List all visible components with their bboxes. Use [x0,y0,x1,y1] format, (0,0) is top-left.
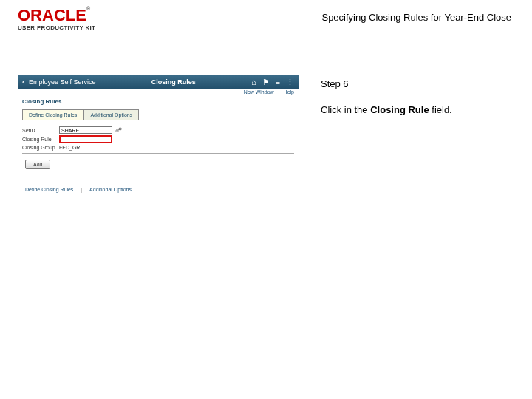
nav-list-icon[interactable]: ≡ [276,78,280,87]
instruction-text: Click in the Closing Rule field. [321,104,452,115]
home-icon[interactable]: ⌂ [251,78,256,87]
closing-group-label: Closing Group [22,145,56,150]
instruction-text-pre: Click in the [321,104,370,115]
actions-menu-icon[interactable]: ⋮ [286,78,294,87]
back-chevron-icon[interactable]: ‹ [22,78,24,86]
form-area: SetID ☍ Closing Rule Closing Group FED_G… [18,120,299,174]
footer-link-define-closing-rules[interactable]: Define Closing Rules [22,187,76,192]
section-heading: Closing Rules [18,95,299,109]
setid-lookup-icon[interactable]: ☍ [115,126,121,134]
oracle-logo: ORACLE® USER PRODUCTIVITY KIT [18,7,95,31]
footer-link-additional-options[interactable]: Additional Options [86,187,134,192]
new-window-link[interactable]: New Window [244,89,274,95]
divider [22,153,294,154]
closing-rule-label: Closing Rule [22,137,56,142]
app-bar-title: Closing Rules [96,78,251,86]
tab-define-closing-rules[interactable]: Define Closing Rules [22,109,83,120]
step-number: Step 6 [321,78,452,89]
instruction-text-bold: Closing Rule [370,104,429,115]
oracle-wordmark: ORACLE® [18,7,95,24]
closing-group-value: FED_GR [59,145,80,150]
closing-rule-highlight [59,135,112,143]
instruction-text-post: field. [429,104,452,115]
app-title-bar: ‹ Employee Self Service Closing Rules ⌂ … [18,75,299,89]
oracle-logo-subtitle: USER PRODUCTIVITY KIT [18,25,95,31]
help-link[interactable]: Help [279,89,294,95]
embedded-app-screenshot: ‹ Employee Self Service Closing Rules ⌂ … [18,75,299,197]
app-subbar: New Window Help [18,89,299,95]
footer-sep: | [78,187,85,192]
add-button[interactable]: Add [25,160,50,169]
setid-input[interactable] [59,126,112,134]
flag-icon[interactable]: ⚑ [262,78,270,87]
back-label[interactable]: Employee Self Service [29,78,96,86]
closing-rule-input[interactable] [61,137,111,142]
tab-additional-options[interactable]: Additional Options [83,109,139,120]
page-title: Specifying Closing Rules for Year-End Cl… [321,12,511,23]
instruction-panel: Step 6 Click in the Closing Rule field. [321,78,452,115]
setid-label: SetID [22,128,56,133]
tab-strip: Define Closing Rules Additional Options [22,109,294,120]
footer-tab-links: Define Closing Rules | Additional Option… [22,187,294,192]
